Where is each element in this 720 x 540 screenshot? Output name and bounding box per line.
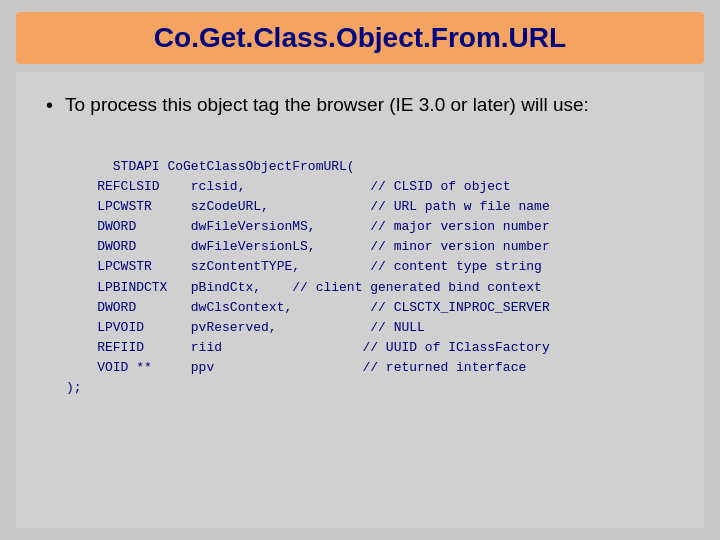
code-line-6: LPCWSTR szContentTYPE, // content type s…: [66, 259, 542, 274]
code-line-5: DWORD dwFileVersionLS, // minor version …: [66, 239, 550, 254]
bullet-icon: •: [46, 94, 53, 117]
title-bar: Co.Get.Class.Object.From.URL: [16, 12, 704, 64]
slide-title: Co.Get.Class.Object.From.URL: [36, 22, 684, 54]
code-line-9: LPVOID pvReserved, // NULL: [66, 320, 425, 335]
slide-content: • To process this object tag the browser…: [16, 72, 704, 528]
code-line-3: LPCWSTR szCodeURL, // URL path w file na…: [66, 199, 550, 214]
code-line-8: DWORD dwClsContext, // CLSCTX_INPROC_SER…: [66, 300, 550, 315]
code-line-7: LPBINDCTX pBindCtx, // client generated …: [66, 280, 542, 295]
code-line-2: REFCLSID rclsid, // CLSID of object: [66, 179, 511, 194]
code-line-1: STDAPI CoGetClassObjectFromURL(: [113, 159, 355, 174]
code-line-4: DWORD dwFileVersionMS, // major version …: [66, 219, 550, 234]
bullet-text: To process this object tag the browser (…: [65, 92, 589, 119]
code-block: STDAPI CoGetClassObjectFromURL( REFCLSID…: [66, 137, 674, 419]
code-line-10: REFIID riid // UUID of IClassFactory: [66, 340, 550, 355]
code-line-12: );: [66, 380, 82, 395]
slide: Co.Get.Class.Object.From.URL • To proces…: [0, 0, 720, 540]
bullet-item: • To process this object tag the browser…: [46, 92, 674, 119]
code-line-11: VOID ** ppv // returned interface: [66, 360, 526, 375]
